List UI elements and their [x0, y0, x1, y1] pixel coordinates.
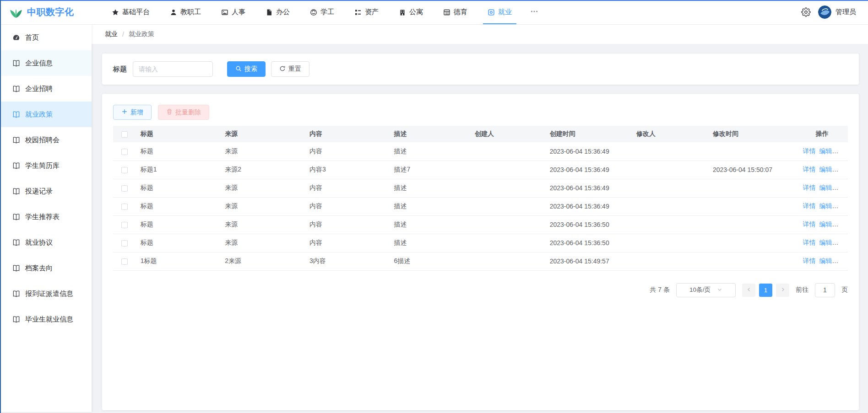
sidebar-item-7[interactable]: 投递记录 — [0, 178, 92, 204]
detail-link[interactable]: 详情 — [803, 184, 816, 191]
cell-description: 描述 — [389, 179, 470, 197]
cell-description: 描述 — [389, 142, 470, 161]
breadcrumb-parent[interactable]: 就业 — [105, 30, 118, 38]
page-size-select[interactable]: 10条/页 — [676, 283, 736, 297]
cell-creator — [470, 215, 545, 234]
nav-item-9[interactable]: 就业 — [477, 0, 522, 24]
nav-item-1[interactable]: 基础平台 — [102, 0, 160, 24]
nav-item-8[interactable]: 德育 — [433, 0, 477, 24]
sidebar-item-9[interactable]: 就业协议 — [0, 230, 92, 255]
cell-title: 标题 — [136, 215, 221, 234]
detail-link[interactable]: 详情 — [803, 166, 816, 173]
sidebar-item-3[interactable]: 企业招聘 — [0, 76, 92, 102]
edit-link[interactable]: 编辑 — [819, 220, 832, 228]
title-search-input[interactable] — [133, 61, 213, 77]
edit-link[interactable]: 编辑 — [819, 239, 832, 246]
nav-item-label: 办公 — [276, 8, 290, 16]
sidebar-item-5[interactable]: 校园招聘会 — [0, 127, 92, 153]
detail-link[interactable]: 详情 — [803, 202, 816, 209]
sidebar-item-8[interactable]: 学生推荐表 — [0, 204, 92, 230]
sidebar-item-10[interactable]: 档案去向 — [0, 255, 92, 281]
nav-more-button[interactable] — [522, 0, 547, 24]
ellipsis-icon — [530, 7, 538, 17]
sidebar-item-label: 学生推荐表 — [25, 213, 60, 221]
table-toolbar: 新增 批量删除 — [113, 105, 848, 120]
app-logo[interactable]: 中职数字化 — [9, 0, 93, 24]
row-checkbox-cell — [113, 215, 136, 234]
page-number-1[interactable]: 1 — [759, 284, 772, 297]
search-button[interactable]: 搜索 — [227, 61, 266, 77]
column-header: 创建人 — [470, 126, 545, 142]
detail-link[interactable]: 详情 — [803, 239, 816, 246]
prev-page-button[interactable] — [742, 284, 755, 297]
row-actions-cell: 详情编辑删除 — [797, 215, 848, 234]
person-icon — [170, 9, 177, 16]
nav-item-2[interactable]: 教职工 — [160, 0, 211, 24]
table-row-2: 标题1来源2内容3描述72023-06-04 15:36:492023-06-0… — [113, 161, 848, 179]
nav-item-7[interactable]: 公寓 — [389, 0, 433, 24]
document-icon — [266, 9, 273, 16]
sidebar-item-4[interactable]: 就业政策 — [0, 102, 92, 127]
sidebar-item-label: 档案去向 — [25, 264, 53, 273]
cell-modifier — [632, 215, 708, 234]
sidebar-item-6[interactable]: 学生简历库 — [0, 153, 92, 178]
sidebar-item-label: 企业招聘 — [25, 85, 53, 93]
edit-link[interactable]: 编辑 — [819, 166, 832, 173]
cell-modify_time — [708, 252, 797, 270]
select-all-checkbox[interactable] — [121, 131, 128, 138]
cell-description: 描述 — [389, 215, 470, 234]
cell-source: 来源2 — [220, 161, 305, 179]
reset-button[interactable]: 重置 — [271, 61, 309, 77]
nav-item-3[interactable]: 人事 — [211, 0, 255, 24]
row-checkbox[interactable] — [121, 222, 128, 228]
cell-creator — [470, 161, 545, 179]
cell-create_time: 2023-06-04 15:36:50 — [545, 234, 632, 252]
detail-link[interactable]: 详情 — [803, 220, 816, 228]
edit-link[interactable]: 编辑 — [819, 257, 832, 264]
sidebar-item-12[interactable]: 毕业生就业信息 — [0, 306, 92, 332]
cell-title: 标题 — [136, 234, 221, 252]
cell-content: 内容 — [305, 142, 390, 161]
next-page-button[interactable] — [776, 284, 789, 297]
chevron-right-icon — [780, 287, 786, 294]
batch-delete-button[interactable]: 批量删除 — [158, 105, 209, 120]
settings-gear-icon[interactable] — [801, 7, 811, 17]
row-checkbox[interactable] — [121, 240, 128, 247]
nav-item-6[interactable]: 资产 — [344, 0, 389, 24]
nav-item-label: 就业 — [498, 8, 512, 16]
cell-modify_time — [708, 234, 797, 252]
sidebar-item-1[interactable]: 首页 — [0, 25, 92, 50]
row-checkbox[interactable] — [121, 258, 128, 265]
user-menu[interactable]: 管理员 — [818, 5, 856, 19]
trash-icon — [166, 108, 173, 116]
nav-item-4[interactable]: 办公 — [255, 0, 300, 24]
cell-source: 来源 — [220, 142, 305, 161]
sidebar-item-11[interactable]: 报到证派遣信息 — [0, 281, 92, 306]
detail-link[interactable]: 详情 — [803, 257, 816, 264]
edit-link[interactable]: 编辑 — [819, 184, 832, 191]
detail-link[interactable]: 详情 — [803, 147, 816, 155]
edit-link[interactable]: 编辑 — [819, 147, 832, 155]
search-panel: 标题 搜索 重置 — [102, 54, 859, 85]
cell-create_time: 2023-06-04 15:49:57 — [545, 252, 632, 270]
add-button[interactable]: 新增 — [113, 105, 152, 120]
row-checkbox[interactable] — [121, 204, 128, 210]
cell-description: 6描述 — [389, 252, 470, 270]
sidebar-item-label: 学生简历库 — [25, 161, 60, 170]
sidebar-item-2[interactable]: 企业信息 — [0, 50, 92, 76]
row-checkbox[interactable] — [121, 167, 128, 173]
nav-item-5[interactable]: 学工 — [300, 0, 344, 24]
edit-link[interactable]: 编辑 — [819, 202, 832, 209]
row-actions-cell: 详情编辑删除 — [797, 179, 848, 197]
nav-item-label: 资产 — [365, 8, 379, 16]
cell-modifier — [632, 179, 708, 197]
book-icon — [12, 111, 20, 118]
goto-page-input[interactable] — [815, 283, 835, 297]
cell-creator — [470, 197, 545, 215]
table-body: 标题来源内容描述2023-06-04 15:36:49详情编辑删除标题1来源2内… — [113, 142, 848, 270]
row-checkbox[interactable] — [121, 185, 128, 192]
window-top-accent — [0, 0, 868, 1]
row-checkbox[interactable] — [121, 149, 128, 155]
book-icon — [12, 162, 20, 170]
student-face-icon — [310, 9, 317, 16]
